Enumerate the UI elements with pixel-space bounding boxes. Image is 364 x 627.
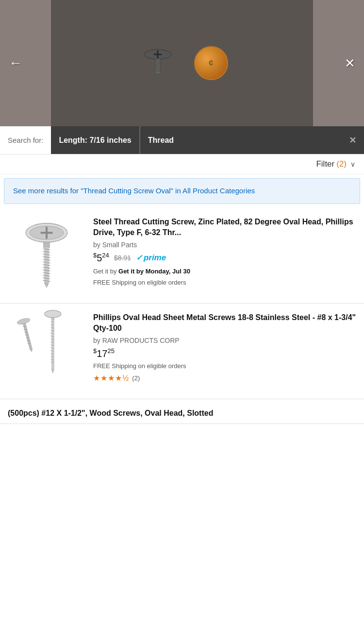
review-count-2: (2)	[132, 374, 140, 382]
more-results-banner: See more results for "Thread Cutting Scr…	[4, 178, 360, 204]
svg-rect-42	[51, 320, 54, 369]
product-image-2	[8, 312, 85, 390]
stars-row-2: ★★★★½ (2)	[93, 373, 356, 383]
product-title-3[interactable]: (500pcs) #12 X 1-1/2", Wood Screws, Oval…	[8, 408, 356, 419]
close-button[interactable]: ✕	[345, 56, 355, 71]
hero-image: ¢	[51, 0, 313, 126]
product-item-2[interactable]: Phillips Oval Head Sheet Metal Screws 18…	[0, 304, 364, 399]
svg-marker-29	[44, 283, 49, 287]
product-brand-1: by Small Parts	[93, 241, 356, 249]
thread-tag-close-icon[interactable]: ✕	[349, 135, 356, 146]
product-brand-2: by RAW PRODUCTS CORP	[93, 337, 356, 344]
search-tag-length[interactable]: Length: 7/16 inches	[51, 126, 139, 154]
svg-rect-41	[51, 318, 54, 320]
price-old-1: $8.91	[114, 254, 131, 262]
svg-marker-39	[30, 349, 33, 353]
prime-check-icon: ✓	[136, 253, 142, 262]
filter-chevron-icon: ∨	[350, 160, 355, 168]
product-item-3[interactable]: (500pcs) #12 X 1-1/2", Wood Screws, Oval…	[0, 399, 364, 424]
hero-coin-image: ¢	[194, 46, 228, 80]
svg-rect-14	[44, 242, 50, 248]
back-button[interactable]: ←	[9, 55, 22, 71]
price-row-2: $1725	[93, 347, 356, 359]
search-tag-length-label: Length: 7/16 inches	[59, 136, 131, 145]
svg-point-40	[45, 310, 61, 317]
svg-marker-58	[51, 369, 54, 373]
product-image-1	[8, 217, 85, 294]
free-shipping-2: FREE Shipping on eligible orders	[93, 362, 356, 370]
hero-image-container: ¢ ← ✕	[0, 0, 364, 126]
product-item[interactable]: Steel Thread Cutting Screw, Zinc Plated,…	[0, 208, 364, 304]
price-row-1: $524 $8.91 ✓ prime	[93, 252, 356, 264]
product-info-2: Phillips Oval Head Sheet Metal Screws 18…	[93, 312, 356, 390]
filter-count: (2)	[336, 159, 347, 169]
prime-badge-1: ✓ prime	[136, 253, 166, 263]
delivery-info-1: Get it by Get it by Monday, Jul 30	[93, 267, 356, 276]
prime-label: prime	[144, 253, 166, 263]
product-title-1[interactable]: Steel Thread Cutting Screw, Zinc Plated,…	[93, 217, 356, 238]
svg-rect-31	[23, 323, 32, 350]
filter-bar: Filter (2) ∨	[0, 154, 364, 174]
free-shipping-1: FREE Shipping on eligible orders	[93, 279, 356, 286]
price-main-1: $524	[93, 252, 109, 264]
filter-label: Filter	[316, 159, 334, 169]
product-screw-svg-1	[13, 221, 81, 289]
price-main-2: $1725	[93, 347, 115, 359]
hero-screw-image	[136, 49, 180, 78]
filter-button[interactable]: Filter (2) ∨	[316, 159, 355, 169]
stars-2: ★★★★½	[93, 373, 129, 383]
product-title-2[interactable]: Phillips Oval Head Sheet Metal Screws 18…	[93, 312, 356, 334]
product-info-1: Steel Thread Cutting Screw, Zinc Plated,…	[93, 217, 356, 294]
search-tag-thread[interactable]: Thread ✕	[140, 126, 364, 154]
product-screw-svg-2	[13, 310, 81, 392]
more-results-link[interactable]: See more results for "Thread Cutting Scr…	[13, 186, 255, 195]
search-label: Search for:	[0, 126, 51, 154]
search-bar: Search for: Length: 7/16 inches Thread ✕	[0, 126, 364, 154]
search-tag-thread-label: Thread	[148, 136, 174, 145]
